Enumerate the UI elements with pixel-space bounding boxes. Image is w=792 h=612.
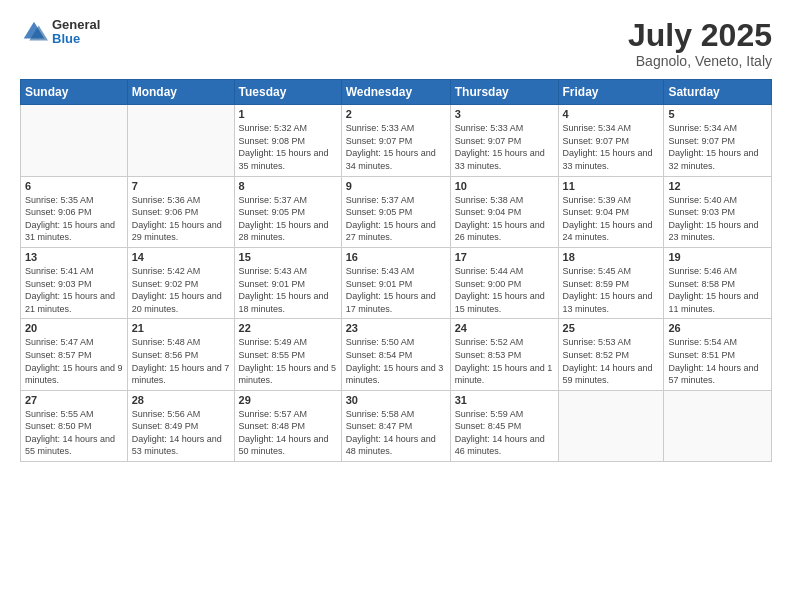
day-number: 16 [346, 251, 446, 263]
logo-icon [20, 18, 48, 46]
calendar-cell: 1Sunrise: 5:32 AMSunset: 9:08 PMDaylight… [234, 105, 341, 176]
day-info: Sunrise: 5:59 AMSunset: 8:45 PMDaylight:… [455, 408, 554, 458]
day-number: 30 [346, 394, 446, 406]
header: General Blue July 2025 Bagnolo, Veneto, … [20, 18, 772, 69]
calendar-cell: 10Sunrise: 5:38 AMSunset: 9:04 PMDayligh… [450, 176, 558, 247]
calendar-cell: 16Sunrise: 5:43 AMSunset: 9:01 PMDayligh… [341, 247, 450, 318]
day-number: 20 [25, 322, 123, 334]
logo-general: General [52, 18, 100, 32]
day-info: Sunrise: 5:54 AMSunset: 8:51 PMDaylight:… [668, 336, 767, 386]
day-number: 8 [239, 180, 337, 192]
calendar-table: Sunday Monday Tuesday Wednesday Thursday… [20, 79, 772, 462]
calendar-cell: 8Sunrise: 5:37 AMSunset: 9:05 PMDaylight… [234, 176, 341, 247]
calendar-cell [664, 390, 772, 461]
calendar-cell: 31Sunrise: 5:59 AMSunset: 8:45 PMDayligh… [450, 390, 558, 461]
day-number: 12 [668, 180, 767, 192]
logo-text: General Blue [52, 18, 100, 47]
calendar-cell: 4Sunrise: 5:34 AMSunset: 9:07 PMDaylight… [558, 105, 664, 176]
calendar-cell: 11Sunrise: 5:39 AMSunset: 9:04 PMDayligh… [558, 176, 664, 247]
calendar-cell: 25Sunrise: 5:53 AMSunset: 8:52 PMDayligh… [558, 319, 664, 390]
logo: General Blue [20, 18, 100, 47]
day-number: 17 [455, 251, 554, 263]
day-info: Sunrise: 5:33 AMSunset: 9:07 PMDaylight:… [455, 122, 554, 172]
day-info: Sunrise: 5:34 AMSunset: 9:07 PMDaylight:… [563, 122, 660, 172]
calendar-week-3: 13Sunrise: 5:41 AMSunset: 9:03 PMDayligh… [21, 247, 772, 318]
calendar-week-2: 6Sunrise: 5:35 AMSunset: 9:06 PMDaylight… [21, 176, 772, 247]
day-info: Sunrise: 5:38 AMSunset: 9:04 PMDaylight:… [455, 194, 554, 244]
calendar-cell: 14Sunrise: 5:42 AMSunset: 9:02 PMDayligh… [127, 247, 234, 318]
col-thursday: Thursday [450, 80, 558, 105]
day-number: 24 [455, 322, 554, 334]
calendar-cell: 17Sunrise: 5:44 AMSunset: 9:00 PMDayligh… [450, 247, 558, 318]
day-info: Sunrise: 5:48 AMSunset: 8:56 PMDaylight:… [132, 336, 230, 386]
day-number: 31 [455, 394, 554, 406]
calendar-cell [127, 105, 234, 176]
logo-blue: Blue [52, 32, 100, 46]
day-info: Sunrise: 5:37 AMSunset: 9:05 PMDaylight:… [239, 194, 337, 244]
day-number: 6 [25, 180, 123, 192]
day-info: Sunrise: 5:55 AMSunset: 8:50 PMDaylight:… [25, 408, 123, 458]
day-info: Sunrise: 5:36 AMSunset: 9:06 PMDaylight:… [132, 194, 230, 244]
day-info: Sunrise: 5:43 AMSunset: 9:01 PMDaylight:… [346, 265, 446, 315]
calendar-cell: 2Sunrise: 5:33 AMSunset: 9:07 PMDaylight… [341, 105, 450, 176]
page: General Blue July 2025 Bagnolo, Veneto, … [0, 0, 792, 612]
col-wednesday: Wednesday [341, 80, 450, 105]
day-info: Sunrise: 5:37 AMSunset: 9:05 PMDaylight:… [346, 194, 446, 244]
day-number: 14 [132, 251, 230, 263]
day-number: 2 [346, 108, 446, 120]
col-sunday: Sunday [21, 80, 128, 105]
col-friday: Friday [558, 80, 664, 105]
day-info: Sunrise: 5:41 AMSunset: 9:03 PMDaylight:… [25, 265, 123, 315]
calendar-week-1: 1Sunrise: 5:32 AMSunset: 9:08 PMDaylight… [21, 105, 772, 176]
day-info: Sunrise: 5:50 AMSunset: 8:54 PMDaylight:… [346, 336, 446, 386]
day-number: 21 [132, 322, 230, 334]
col-tuesday: Tuesday [234, 80, 341, 105]
calendar-cell: 24Sunrise: 5:52 AMSunset: 8:53 PMDayligh… [450, 319, 558, 390]
day-info: Sunrise: 5:34 AMSunset: 9:07 PMDaylight:… [668, 122, 767, 172]
day-info: Sunrise: 5:58 AMSunset: 8:47 PMDaylight:… [346, 408, 446, 458]
title-month: July 2025 [628, 18, 772, 53]
day-number: 4 [563, 108, 660, 120]
day-number: 18 [563, 251, 660, 263]
day-info: Sunrise: 5:33 AMSunset: 9:07 PMDaylight:… [346, 122, 446, 172]
calendar-cell [21, 105, 128, 176]
calendar-cell: 19Sunrise: 5:46 AMSunset: 8:58 PMDayligh… [664, 247, 772, 318]
col-monday: Monday [127, 80, 234, 105]
day-info: Sunrise: 5:42 AMSunset: 9:02 PMDaylight:… [132, 265, 230, 315]
calendar-cell: 30Sunrise: 5:58 AMSunset: 8:47 PMDayligh… [341, 390, 450, 461]
day-number: 23 [346, 322, 446, 334]
calendar-cell: 18Sunrise: 5:45 AMSunset: 8:59 PMDayligh… [558, 247, 664, 318]
calendar-cell: 7Sunrise: 5:36 AMSunset: 9:06 PMDaylight… [127, 176, 234, 247]
calendar-cell: 26Sunrise: 5:54 AMSunset: 8:51 PMDayligh… [664, 319, 772, 390]
day-number: 3 [455, 108, 554, 120]
title-location: Bagnolo, Veneto, Italy [628, 53, 772, 69]
col-saturday: Saturday [664, 80, 772, 105]
calendar-cell: 21Sunrise: 5:48 AMSunset: 8:56 PMDayligh… [127, 319, 234, 390]
day-number: 1 [239, 108, 337, 120]
calendar-week-5: 27Sunrise: 5:55 AMSunset: 8:50 PMDayligh… [21, 390, 772, 461]
title-block: July 2025 Bagnolo, Veneto, Italy [628, 18, 772, 69]
day-info: Sunrise: 5:56 AMSunset: 8:49 PMDaylight:… [132, 408, 230, 458]
day-info: Sunrise: 5:53 AMSunset: 8:52 PMDaylight:… [563, 336, 660, 386]
day-info: Sunrise: 5:32 AMSunset: 9:08 PMDaylight:… [239, 122, 337, 172]
day-number: 22 [239, 322, 337, 334]
calendar-cell [558, 390, 664, 461]
calendar-header-row: Sunday Monday Tuesday Wednesday Thursday… [21, 80, 772, 105]
day-number: 5 [668, 108, 767, 120]
day-info: Sunrise: 5:52 AMSunset: 8:53 PMDaylight:… [455, 336, 554, 386]
calendar-cell: 20Sunrise: 5:47 AMSunset: 8:57 PMDayligh… [21, 319, 128, 390]
calendar-cell: 5Sunrise: 5:34 AMSunset: 9:07 PMDaylight… [664, 105, 772, 176]
day-number: 15 [239, 251, 337, 263]
calendar-cell: 9Sunrise: 5:37 AMSunset: 9:05 PMDaylight… [341, 176, 450, 247]
calendar-cell: 27Sunrise: 5:55 AMSunset: 8:50 PMDayligh… [21, 390, 128, 461]
calendar-cell: 12Sunrise: 5:40 AMSunset: 9:03 PMDayligh… [664, 176, 772, 247]
day-number: 7 [132, 180, 230, 192]
calendar-cell: 28Sunrise: 5:56 AMSunset: 8:49 PMDayligh… [127, 390, 234, 461]
calendar-cell: 29Sunrise: 5:57 AMSunset: 8:48 PMDayligh… [234, 390, 341, 461]
day-number: 19 [668, 251, 767, 263]
day-info: Sunrise: 5:45 AMSunset: 8:59 PMDaylight:… [563, 265, 660, 315]
calendar-cell: 22Sunrise: 5:49 AMSunset: 8:55 PMDayligh… [234, 319, 341, 390]
calendar-week-4: 20Sunrise: 5:47 AMSunset: 8:57 PMDayligh… [21, 319, 772, 390]
calendar-cell: 6Sunrise: 5:35 AMSunset: 9:06 PMDaylight… [21, 176, 128, 247]
day-number: 28 [132, 394, 230, 406]
